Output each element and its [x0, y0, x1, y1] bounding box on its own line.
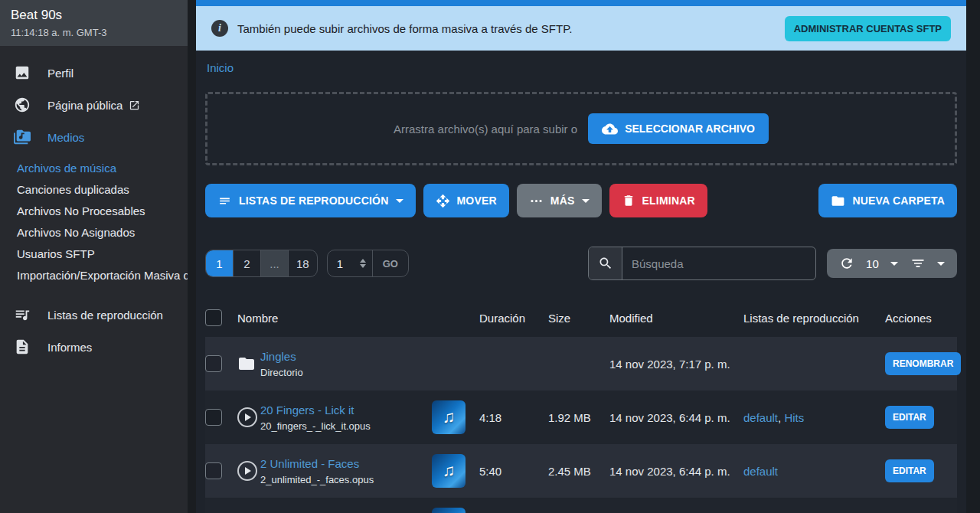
sidebar-item-media[interactable]: Medios: [0, 121, 188, 153]
select-file-label: SELECCIONAR ARCHIVO: [625, 123, 755, 135]
playlist-link[interactable]: default: [743, 411, 778, 424]
list-controls: 1 2 ... 18 GO: [205, 247, 957, 280]
song-title-link[interactable]: 20 Fingers - Lick it: [260, 404, 432, 417]
modified-cell: 14 nov 2023, 7:17 p. m.: [609, 358, 743, 371]
song-filename: 2_unlimited_-_faces.opus: [260, 474, 432, 485]
folder-icon: [831, 194, 845, 208]
table-row: 2 Unlimited - Faces 2_unlimited_-_faces.…: [205, 444, 957, 498]
sort-filter-icon[interactable]: [910, 256, 926, 271]
size-cell: 2.45 MB: [548, 465, 609, 478]
more-button-label: MÁS: [550, 194, 575, 207]
station-header: Beat 90s 11:14:18 a. m. GMT-3: [0, 0, 188, 46]
playlist-icon: [217, 194, 232, 208]
column-header-duration[interactable]: Duración: [479, 312, 548, 325]
search-input[interactable]: [622, 247, 815, 279]
file-type-label: Directorio: [260, 367, 432, 378]
submenu-item-sftp-users[interactable]: Usuarios SFTP: [0, 243, 188, 265]
info-icon: i: [211, 20, 228, 37]
chevron-down-icon[interactable]: [890, 262, 898, 266]
page-jump-stepper[interactable]: [354, 259, 372, 268]
new-folder-label: NUEVA CARPETA: [852, 194, 945, 207]
upload-dropzone[interactable]: Arrastra archivo(s) aquí para subir o SE…: [205, 92, 957, 165]
go-button[interactable]: GO: [373, 258, 408, 270]
rename-button[interactable]: RENOMBRAR: [885, 352, 961, 375]
edit-button[interactable]: EDITAR: [885, 459, 934, 482]
pagination: 1 2 ... 18: [205, 250, 318, 277]
media-table: Nombre Duración Size Modified Listas de …: [205, 299, 957, 513]
page-button-2[interactable]: 2: [234, 250, 261, 276]
sidebar-scrollbar-gutter: [188, 0, 196, 513]
station-name: Beat 90s: [11, 8, 177, 23]
sidebar: Beat 90s 11:14:18 a. m. GMT-3 Perfil Pág…: [0, 0, 188, 513]
column-header-actions: Acciones: [885, 312, 957, 325]
chevron-down-icon[interactable]: [937, 262, 945, 266]
chevron-down-icon: [396, 199, 403, 203]
submenu-item-duplicate-songs[interactable]: Canciones duplicadas: [0, 179, 188, 201]
breadcrumb[interactable]: Inicio: [207, 61, 234, 74]
page-jump-group: GO: [327, 250, 409, 277]
table-row: 2 Unlimited - Get ready for this ♫: [205, 498, 957, 513]
external-link-icon: [129, 100, 140, 111]
album-art[interactable]: ♫: [432, 400, 466, 434]
table-row: 20 Fingers - Lick it 20_fingers_-_lick_i…: [205, 390, 957, 444]
playlist-link[interactable]: Hits: [784, 411, 804, 424]
sidebar-item-label: Listas de reproducción: [47, 309, 163, 322]
submenu-item-unprocessable[interactable]: Archivos No Procesables: [0, 201, 188, 222]
move-button-label: MOVER: [457, 194, 497, 207]
submenu-item-bulk-import[interactable]: Importación/Exportación Masiva de: [0, 265, 188, 286]
duration-cell: 4:18: [479, 411, 548, 424]
directory-link[interactable]: Jingles: [260, 350, 432, 363]
move-icon: [436, 194, 450, 208]
submenu-item-music-files[interactable]: Archivos de música: [0, 158, 188, 179]
sidebar-item-playlists[interactable]: Listas de reproducción: [0, 299, 188, 331]
more-dropdown-button[interactable]: MÁS: [517, 184, 602, 217]
media-submenu: Archivos de música Canciones duplicadas …: [0, 153, 188, 288]
sidebar-item-profile[interactable]: Perfil: [0, 57, 188, 89]
column-header-modified[interactable]: Modified: [609, 312, 743, 325]
playlists-cell: default, Hits: [743, 411, 885, 424]
sidebar-item-label: Informes: [47, 341, 92, 354]
play-icon[interactable]: [237, 407, 257, 427]
sidebar-nav: Perfil Página pública Medios Archivos de…: [0, 46, 188, 363]
select-all-checkbox[interactable]: [205, 309, 222, 326]
column-header-playlists[interactable]: Listas de reproducción: [743, 312, 885, 325]
per-page-value[interactable]: 10: [866, 257, 879, 270]
select-file-button[interactable]: SELECCIONAR ARCHIVO: [588, 113, 769, 144]
sftp-info-banner: i También puede subir archivos de forma …: [196, 6, 966, 51]
edit-button[interactable]: EDITAR: [885, 406, 934, 429]
manage-sftp-accounts-button[interactable]: ADMINISTRAR CUENTAS SFTP: [785, 16, 951, 41]
delete-button[interactable]: ELIMINAR: [609, 184, 707, 217]
search-icon: [589, 247, 622, 279]
row-checkbox[interactable]: [205, 355, 222, 372]
column-header-size[interactable]: Size: [548, 312, 609, 325]
card-header-edge: [196, 0, 966, 6]
modified-cell: 14 nov 2023, 6:44 p. m.: [609, 411, 743, 424]
page-button-1[interactable]: 1: [206, 250, 234, 276]
album-art[interactable]: ♫: [432, 508, 466, 513]
chevron-down-icon: [582, 199, 590, 203]
chevron-up-icon: [360, 259, 366, 263]
ellipsis-icon: [529, 194, 544, 208]
station-clock: 11:14:18 a. m. GMT-3: [11, 27, 177, 38]
row-checkbox[interactable]: [205, 462, 222, 479]
page-jump-input[interactable]: [328, 257, 354, 270]
move-button[interactable]: MOVER: [423, 184, 509, 217]
cloud-upload-icon: [602, 121, 618, 137]
sidebar-item-label: Página pública: [47, 99, 122, 112]
chevron-down-icon: [360, 264, 366, 268]
trash-icon: [622, 194, 635, 207]
playlists-dropdown-button[interactable]: LISTAS DE REPRODUCCIÓN: [205, 184, 416, 217]
play-icon[interactable]: [237, 461, 257, 481]
submenu-item-unassigned[interactable]: Archivos No Asignados: [0, 222, 188, 243]
row-checkbox[interactable]: [205, 409, 222, 426]
refresh-icon[interactable]: [839, 256, 854, 271]
sidebar-item-public-page[interactable]: Página pública: [0, 89, 188, 121]
playlist-link[interactable]: default: [743, 465, 778, 478]
toolbar: LISTAS DE REPRODUCCIÓN MOVER MÁS: [205, 184, 957, 217]
page-button-18[interactable]: 18: [289, 250, 317, 276]
song-title-link[interactable]: 2 Unlimited - Faces: [260, 457, 432, 470]
column-header-name[interactable]: Nombre: [237, 312, 479, 325]
album-art[interactable]: ♫: [432, 454, 466, 488]
new-folder-button[interactable]: NUEVA CARPETA: [818, 184, 957, 217]
sidebar-item-reports[interactable]: Informes: [0, 331, 188, 363]
